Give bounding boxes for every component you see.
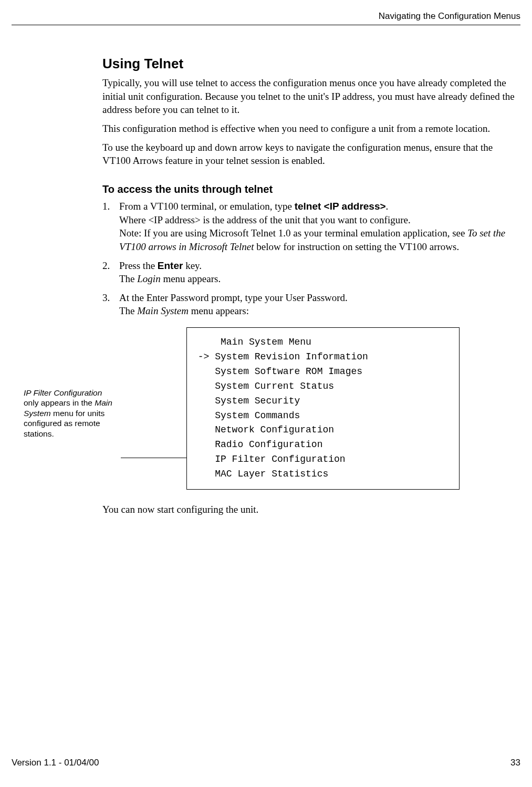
step-text: below for instruction on setting the VT1… bbox=[254, 241, 460, 252]
step-text: . bbox=[386, 201, 389, 212]
menu-item: IP Filter Configuration bbox=[192, 454, 346, 464]
menu-item: System Security bbox=[192, 396, 300, 406]
version-text: Version 1.1 - 01/04/00 bbox=[12, 758, 99, 768]
step-text: The bbox=[119, 305, 137, 316]
menu-item: -> System Revision Information bbox=[192, 351, 368, 362]
menu-item: System Current Status bbox=[192, 381, 334, 391]
step-3: 3. At the Enter Password prompt, type yo… bbox=[102, 291, 520, 318]
footer: Version 1.1 - 01/04/00 33 bbox=[12, 757, 520, 769]
step-text: menu appears. bbox=[161, 273, 221, 284]
step-text: Press the bbox=[119, 260, 158, 271]
figure: IP Filter Configuration only appears in … bbox=[102, 327, 520, 495]
paragraph: Typically, you will use telnet to access… bbox=[102, 76, 520, 117]
step-2: 2. Press the Enter key. The Login menu a… bbox=[102, 259, 520, 286]
annotation-leader-line bbox=[121, 458, 186, 458]
header-rule bbox=[12, 25, 520, 25]
step-1: 1. From a VT100 terminal, or emulation, … bbox=[102, 200, 520, 254]
key-name: Enter bbox=[158, 260, 183, 271]
page: Navigating the Configuration Menus Using… bbox=[0, 0, 532, 787]
paragraph: You can now start configuring the unit. bbox=[102, 503, 520, 516]
annotation-text: IP Filter Configuration bbox=[24, 388, 102, 397]
figure-annotation: IP Filter Configuration only appears in … bbox=[24, 388, 118, 439]
paragraph: This configuration method is effective w… bbox=[102, 122, 520, 136]
command-text: telnet <IP address> bbox=[295, 201, 386, 212]
step-text: From a VT100 terminal, or emulation, typ… bbox=[119, 201, 295, 212]
step-text: key. bbox=[183, 260, 202, 271]
step-number: 1. bbox=[102, 200, 117, 213]
menu-item: Radio Configuration bbox=[192, 439, 322, 450]
page-number: 33 bbox=[510, 757, 520, 769]
step-number: 2. bbox=[102, 259, 117, 273]
menu-title: Main System Menu bbox=[192, 337, 311, 347]
step-text: Note: If you are using Microsoft Telnet … bbox=[119, 227, 467, 239]
menu-item: System Software ROM Images bbox=[192, 366, 362, 377]
running-head: Navigating the Configuration Menus bbox=[379, 11, 520, 23]
content: Using Telnet Typically, you will use tel… bbox=[102, 42, 520, 522]
step-text: At the Enter Password prompt, type your … bbox=[119, 292, 348, 303]
paragraph: To use the keyboard up and down arrow ke… bbox=[102, 141, 520, 168]
subsection-title: To access the units through telnet bbox=[102, 182, 520, 196]
step-number: 3. bbox=[102, 291, 117, 305]
step-text: Where <IP address> is the address of the… bbox=[119, 214, 411, 225]
annotation-text: only appears in the bbox=[24, 398, 95, 407]
section-title: Using Telnet bbox=[102, 55, 520, 73]
menu-name: Main System bbox=[137, 305, 189, 316]
step-text: menu appears: bbox=[189, 305, 249, 316]
step-text: The bbox=[119, 273, 137, 284]
menu-item: MAC Layer Statistics bbox=[192, 469, 328, 479]
menu-item: Network Configuration bbox=[192, 424, 334, 435]
menu-name: Login bbox=[137, 273, 160, 284]
menu-item: System Commands bbox=[192, 410, 300, 421]
terminal-menu: Main System Menu -> System Revision Info… bbox=[186, 327, 460, 490]
